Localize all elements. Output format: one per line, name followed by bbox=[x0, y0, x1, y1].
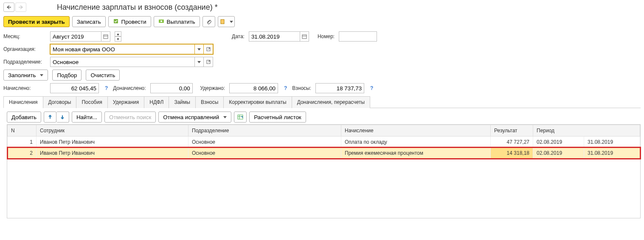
dep-input[interactable] bbox=[50, 57, 194, 67]
page-title: Начисление зарплаты и взносов (создание)… bbox=[57, 3, 218, 12]
cell-employee: Иванов Петр Иванович bbox=[37, 148, 188, 159]
accruals-table-wrap: N Сотрудник Подразделение Начисление Рез… bbox=[7, 124, 641, 218]
cell-accrual: Премия ежемесячная процентом bbox=[341, 148, 491, 159]
document-icon bbox=[219, 19, 225, 25]
cell-department: Основное bbox=[188, 148, 341, 159]
col-accrual[interactable]: Начисление bbox=[341, 125, 491, 137]
clear-button[interactable]: Очистить bbox=[86, 70, 120, 81]
tab-accruals[interactable]: Начисления bbox=[3, 96, 43, 108]
dep-open-button[interactable] bbox=[204, 57, 213, 67]
org-input-wrap bbox=[50, 44, 213, 54]
calendar-icon bbox=[103, 34, 108, 39]
arrow-down-icon bbox=[60, 114, 65, 120]
cell-employee: Иванов Петр Иванович bbox=[37, 137, 188, 148]
misc-button[interactable] bbox=[218, 16, 235, 27]
tab-loans[interactable]: Займы bbox=[169, 96, 196, 108]
forward-button[interactable] bbox=[15, 3, 26, 12]
col-n[interactable]: N bbox=[8, 125, 37, 137]
cell-period-from: 02.08.2019 bbox=[533, 148, 584, 159]
cancel-corrections-label: Отмена исправлений bbox=[163, 114, 219, 120]
fill-button[interactable]: Заполнить bbox=[3, 70, 48, 81]
date-calendar-button[interactable] bbox=[300, 31, 309, 42]
calendar-icon bbox=[302, 34, 307, 39]
tab-payment-corrections[interactable]: Корректировки выплаты bbox=[223, 96, 292, 108]
contrib-label: Взносы: bbox=[292, 85, 311, 91]
cell-department: Основное bbox=[188, 137, 341, 148]
post-label: Провести bbox=[121, 19, 146, 25]
pay-button[interactable]: Выплатить bbox=[154, 16, 200, 27]
tab-ndfl[interactable]: НДФЛ bbox=[144, 96, 169, 108]
chevron-down-icon bbox=[230, 21, 233, 23]
move-down-button[interactable] bbox=[56, 112, 69, 123]
pick-button[interactable]: Подбор bbox=[52, 70, 82, 81]
post-icon bbox=[113, 18, 119, 25]
tab-deductions[interactable]: Удержания bbox=[107, 96, 145, 108]
open-icon bbox=[206, 60, 211, 64]
tab-benefits[interactable]: Пособия bbox=[76, 96, 107, 108]
fill-label: Заполнить bbox=[8, 72, 36, 78]
month-input[interactable] bbox=[50, 31, 101, 42]
number-label: Номер: bbox=[318, 33, 335, 39]
arrow-up-icon bbox=[48, 114, 53, 120]
table-icon bbox=[237, 114, 243, 120]
col-result[interactable]: Результат bbox=[491, 125, 533, 137]
org-open-button[interactable] bbox=[204, 44, 213, 54]
cell-result: 14 318,18 bbox=[491, 148, 533, 159]
move-up-button[interactable] bbox=[44, 112, 56, 123]
table-row[interactable]: 2 Иванов Петр Иванович Основное Премия е… bbox=[8, 148, 640, 159]
month-input-wrap bbox=[50, 31, 110, 42]
withheld-help[interactable]: ? bbox=[284, 85, 287, 91]
date-label: Дата: bbox=[232, 33, 245, 39]
additional-label: Доначислено: bbox=[113, 85, 146, 91]
withheld-input[interactable] bbox=[229, 83, 278, 93]
cell-result: 47 727,27 bbox=[491, 137, 533, 148]
table-row[interactable]: 1 Иванов Петр Иванович Основное Оплата п… bbox=[8, 137, 640, 148]
cell-period-from: 02.08.2019 bbox=[533, 137, 584, 148]
cell-n: 1 bbox=[8, 137, 37, 148]
open-icon bbox=[206, 47, 211, 51]
date-input[interactable] bbox=[249, 31, 300, 42]
withheld-label: Удержано: bbox=[200, 85, 225, 91]
month-up-button[interactable]: ▲ bbox=[115, 31, 121, 36]
cell-period-to: 31.08.2019 bbox=[584, 137, 640, 148]
tab-contracts[interactable]: Договоры bbox=[43, 96, 77, 108]
accrued-label: Начислено: bbox=[3, 85, 46, 91]
cell-n: 2 bbox=[8, 148, 37, 159]
chevron-down-icon bbox=[40, 74, 43, 76]
col-period[interactable]: Период bbox=[533, 125, 640, 137]
show-details-button[interactable] bbox=[234, 112, 247, 123]
cell-accrual: Оплата по окладу bbox=[341, 137, 491, 148]
back-button[interactable] bbox=[3, 3, 14, 12]
col-employee[interactable]: Сотрудник bbox=[37, 125, 188, 137]
col-department[interactable]: Подразделение bbox=[188, 125, 341, 137]
number-input[interactable] bbox=[339, 31, 377, 42]
svg-rect-4 bbox=[104, 35, 108, 39]
dep-dropdown-button[interactable] bbox=[194, 57, 204, 67]
accrued-help[interactable]: ? bbox=[105, 85, 108, 91]
cancel-search-button[interactable]: Отменить поиск bbox=[104, 112, 156, 123]
payslip-button[interactable]: Расчетный листок bbox=[249, 112, 306, 123]
contrib-help[interactable]: ? bbox=[370, 85, 373, 91]
tab-contributions[interactable]: Взносы bbox=[195, 96, 224, 108]
month-label: Месяц: bbox=[3, 33, 46, 39]
svg-rect-3 bbox=[221, 20, 224, 24]
tab-recalculations[interactable]: Доначисления, перерасчеты bbox=[292, 96, 370, 108]
find-button[interactable]: Найти... bbox=[72, 112, 102, 123]
post-button[interactable]: Провести bbox=[108, 16, 151, 27]
month-down-button[interactable]: ▼ bbox=[115, 36, 121, 42]
additional-input[interactable] bbox=[150, 83, 193, 93]
cancel-corrections-button[interactable]: Отмена исправлений bbox=[158, 112, 231, 123]
chevron-down-icon bbox=[197, 48, 201, 50]
org-dropdown-button[interactable] bbox=[194, 44, 204, 54]
attachment-button[interactable] bbox=[202, 16, 215, 27]
tab-bar: Начисления Договоры Пособия Удержания НД… bbox=[3, 96, 641, 108]
dep-input-wrap bbox=[50, 57, 213, 67]
month-calendar-button[interactable] bbox=[101, 31, 110, 42]
org-label: Организация: bbox=[3, 46, 46, 52]
org-input[interactable] bbox=[50, 44, 194, 54]
add-row-button[interactable]: Добавить bbox=[7, 112, 41, 123]
save-button[interactable]: Записать bbox=[72, 16, 106, 27]
contrib-input[interactable] bbox=[315, 83, 364, 93]
post-and-close-button[interactable]: Провести и закрыть bbox=[3, 16, 70, 27]
accrued-input[interactable] bbox=[50, 83, 99, 93]
